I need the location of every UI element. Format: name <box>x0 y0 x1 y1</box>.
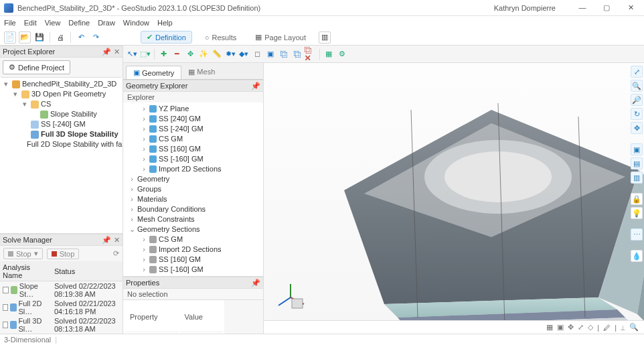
close-panel-icon[interactable]: ✕ <box>114 48 120 56</box>
wand-icon[interactable]: ✨ <box>197 48 210 60</box>
close-panel-icon[interactable]: ✕ <box>114 236 120 245</box>
delete-icon[interactable]: ⿻✕ <box>305 48 317 60</box>
grid-icon[interactable]: ▦ <box>323 48 335 60</box>
checkbox[interactable] <box>3 322 8 328</box>
geometry-tree-item[interactable]: ›SS [-160] GM <box>129 154 260 164</box>
open-button[interactable]: 📂 <box>19 31 31 44</box>
pan-icon[interactable]: ✥ <box>631 122 643 134</box>
geometry-tree-item[interactable]: ›YZ Plane <box>129 104 260 114</box>
rotate-icon[interactable]: ↻ <box>631 108 643 120</box>
geometry-tree-item[interactable]: ›Boundary Conditions <box>129 204 260 214</box>
geometry-tree-item[interactable]: ›Groups <box>129 184 260 194</box>
tree-item[interactable]: Full 2D Slope Stability with fault <box>23 139 120 149</box>
ruler-icon[interactable]: 📏 <box>211 48 223 60</box>
solve-col-status[interactable]: Status <box>52 262 123 281</box>
drop-icon[interactable]: 💧 <box>631 250 643 262</box>
solve-row[interactable]: Slope St…Solved 02/22/2023 08:19:38 AM <box>0 281 123 299</box>
pin-icon[interactable]: 📌 <box>102 236 111 245</box>
tree-item[interactable]: ▾3D Open Pit Geometry <box>13 89 120 99</box>
more-icon[interactable]: ⋯ <box>631 228 643 240</box>
geometry-tree[interactable]: ›YZ Plane›SS [240] GM›SS [-240] GM›CS GM… <box>123 102 263 276</box>
tree-item[interactable]: ▾CS <box>23 99 120 109</box>
sb-icon[interactable]: ⟂ <box>621 324 625 332</box>
box-icon[interactable]: ▣ <box>264 48 276 60</box>
light-icon[interactable]: 💡 <box>631 207 643 219</box>
menu-window[interactable]: Window <box>123 19 149 27</box>
tab-results[interactable]: ○Results <box>199 31 242 44</box>
tree-item-active[interactable]: Full 3D Slope Stability <box>23 129 120 139</box>
sb-icon[interactable]: ▣ <box>557 323 564 332</box>
geometry-tree-item[interactable]: ⌄Geometry Sections <box>129 224 260 234</box>
sb-icon[interactable]: | <box>615 324 617 332</box>
stop-button[interactable]: Stop▾ <box>3 248 43 259</box>
geometry-tree-item[interactable]: ›Import 2D Sections <box>129 245 260 255</box>
geometry-tree-item[interactable]: ›SS [-160] GM <box>129 265 260 275</box>
extra-button[interactable]: ▥ <box>319 31 331 44</box>
geometry-tree-item[interactable]: ›Import 2D Sections <box>129 164 260 174</box>
minimize-button[interactable]: — <box>573 3 592 12</box>
geometry-tree-item[interactable]: ›Materials <box>129 194 260 204</box>
menu-view[interactable]: View <box>45 19 61 27</box>
solve-col-name[interactable]: Analysis Name <box>0 262 52 281</box>
print-button[interactable]: 🖨 <box>54 31 66 44</box>
tool-icon[interactable]: ⬚▾ <box>139 48 151 60</box>
tab-page-layout[interactable]: ▦Page Layout <box>249 31 312 44</box>
sb-icon[interactable]: ◇ <box>588 323 593 332</box>
paste-icon[interactable]: ⿻ <box>291 48 303 60</box>
view-icon[interactable]: ▣ <box>631 143 643 155</box>
tree-item[interactable]: Slope Stability <box>32 109 120 119</box>
save-button[interactable]: 💾 <box>33 31 46 44</box>
tree-item[interactable]: SS [-240] GM <box>23 119 120 129</box>
menu-draw[interactable]: Draw <box>98 19 115 27</box>
define-project-button[interactable]: ⚙ Define Project <box>3 60 70 74</box>
undo-button[interactable]: ↶ <box>75 31 87 44</box>
cube-icon[interactable]: ◻ <box>251 48 263 60</box>
redo-button[interactable]: ↷ <box>90 31 102 44</box>
sb-icon[interactable]: ⤢ <box>578 323 584 332</box>
close-button[interactable]: ✕ <box>621 3 640 12</box>
pin-icon[interactable]: 📌 <box>251 279 260 287</box>
plus-icon[interactable]: ✚ <box>157 48 169 60</box>
new-button[interactable]: 📄 <box>4 31 16 44</box>
sb-icon[interactable]: ✥ <box>568 323 574 332</box>
zoom-out-icon[interactable]: 🔎 <box>631 94 643 106</box>
minus-icon[interactable]: ━ <box>171 48 183 60</box>
3d-viewport[interactable]: ⤢ 🔍 🔎 ↻ ✥ ▣ ▤ ▥ 🔒 💡 ⋯ <box>264 63 644 320</box>
pin-icon[interactable]: 📌 <box>251 82 260 90</box>
project-tree[interactable]: ▾BenchedPit_Stability_2D_3D ▾3D Open Pit… <box>0 78 123 233</box>
sb-icon[interactable]: 🖉 <box>603 324 611 332</box>
copy-icon[interactable]: ⿻ <box>278 48 290 60</box>
zoom-in-icon[interactable]: 🔍 <box>631 80 643 92</box>
pan-icon[interactable]: ✥ <box>184 48 196 60</box>
geometry-tree-item[interactable]: ›Geometry <box>129 174 260 184</box>
sb-icon[interactable]: | <box>597 324 599 332</box>
sb-icon[interactable]: 🔍 <box>629 323 639 332</box>
geometry-tree-item[interactable]: ›SS [160] GM <box>129 144 260 154</box>
checkbox[interactable] <box>3 287 9 293</box>
cursor-icon[interactable]: ↖▾ <box>126 48 138 60</box>
refresh-icon[interactable]: ⟳ <box>113 249 119 258</box>
sb-icon[interactable]: ▦ <box>546 323 553 332</box>
menu-help[interactable]: Help <box>157 19 173 27</box>
geometry-tree-item[interactable]: ›SS [240] GM <box>129 114 260 124</box>
menu-edit[interactable]: Edit <box>24 19 37 27</box>
checkbox[interactable] <box>3 304 8 311</box>
view-icon[interactable]: ▤ <box>631 157 643 169</box>
geometry-tree-item[interactable]: ›CS GM <box>129 234 260 245</box>
solve-row[interactable]: Full 2D Sl…Solved 02/21/2023 04:16:18 PM <box>0 299 123 316</box>
view-icon[interactable]: ▥ <box>631 171 643 184</box>
geometry-tree-item[interactable]: ›Mesh Constraints <box>129 214 260 224</box>
layer-icon[interactable]: ◆▾ <box>238 48 250 60</box>
maximize-button[interactable]: ▢ <box>597 3 616 12</box>
explode-icon[interactable]: ✹▾ <box>224 48 236 60</box>
solve-row[interactable]: Full 3D Sl…Solved 02/22/2023 08:13:18 AM <box>0 316 123 334</box>
geometry-tree-item[interactable]: ›SS [-240] GM <box>129 124 260 134</box>
stop-button-red[interactable]: Stop <box>47 249 80 259</box>
gear-icon[interactable]: ⚙ <box>336 48 348 60</box>
pin-icon[interactable]: 📌 <box>102 48 111 56</box>
lock-icon[interactable]: 🔒 <box>631 193 643 205</box>
zoom-fit-icon[interactable]: ⤢ <box>631 66 643 78</box>
tab-mesh[interactable]: ▦ Mesh <box>181 66 222 79</box>
tab-definition[interactable]: ✔Definition <box>141 31 192 44</box>
axis-gizmo[interactable] <box>274 281 307 314</box>
